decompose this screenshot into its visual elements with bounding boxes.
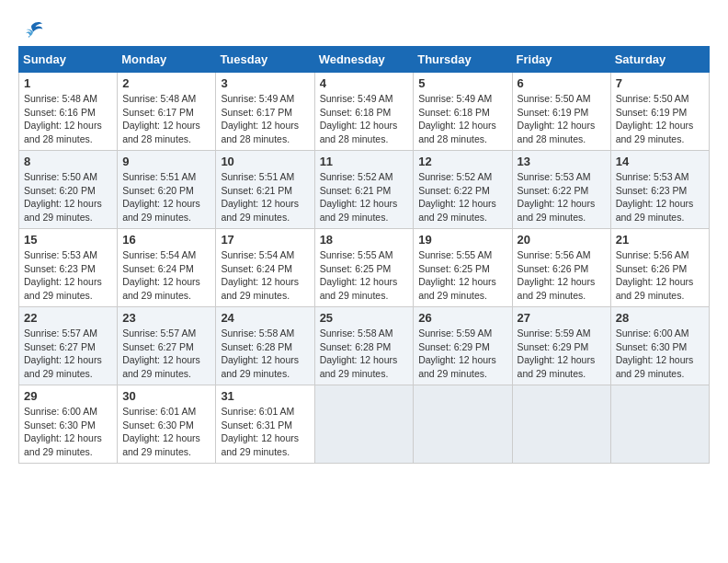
day-info: Sunrise: 5:53 AMSunset: 6:23 PMDaylight:… (616, 170, 704, 224)
calendar-week-3: 15Sunrise: 5:53 AMSunset: 6:23 PMDayligh… (19, 229, 710, 307)
day-info: Sunrise: 5:53 AMSunset: 6:22 PMDaylight:… (518, 170, 606, 224)
day-number: 2 (122, 76, 210, 90)
calendar-cell: 11Sunrise: 5:52 AMSunset: 6:21 PMDayligh… (314, 151, 414, 229)
day-info: Sunrise: 5:48 AMSunset: 6:17 PMDaylight:… (122, 92, 210, 146)
day-info: Sunrise: 5:59 AMSunset: 6:29 PMDaylight:… (418, 327, 506, 381)
day-info: Sunrise: 6:01 AMSunset: 6:31 PMDaylight:… (221, 405, 309, 459)
day-number: 31 (221, 389, 309, 403)
day-number: 3 (221, 76, 309, 90)
weekday-friday: Friday (512, 47, 610, 73)
day-info: Sunrise: 5:53 AMSunset: 6:23 PMDaylight:… (24, 248, 112, 303)
day-info: Sunrise: 5:51 AMSunset: 6:21 PMDaylight:… (221, 170, 309, 224)
calendar-cell: 26Sunrise: 5:59 AMSunset: 6:29 PMDayligh… (414, 307, 512, 385)
calendar-cell: 27Sunrise: 5:59 AMSunset: 6:29 PMDayligh… (512, 307, 610, 385)
calendar-cell: 25Sunrise: 5:58 AMSunset: 6:28 PMDayligh… (314, 307, 414, 385)
day-number: 22 (24, 311, 112, 325)
weekday-tuesday: Tuesday (216, 47, 314, 73)
weekday-thursday: Thursday (414, 47, 512, 73)
weekday-header-row: SundayMondayTuesdayWednesdayThursdayFrid… (19, 47, 710, 73)
calendar-cell: 18Sunrise: 5:55 AMSunset: 6:25 PMDayligh… (314, 229, 414, 307)
day-info: Sunrise: 5:57 AMSunset: 6:27 PMDaylight:… (122, 327, 210, 381)
calendar-cell: 29Sunrise: 6:00 AMSunset: 6:30 PMDayligh… (19, 385, 118, 464)
day-number: 14 (616, 155, 704, 168)
calendar-body: 1Sunrise: 5:48 AMSunset: 6:16 PMDaylight… (19, 73, 710, 464)
day-number: 25 (320, 311, 409, 325)
weekday-monday: Monday (118, 47, 216, 73)
calendar-cell: 21Sunrise: 5:56 AMSunset: 6:26 PMDayligh… (610, 229, 709, 307)
day-info: Sunrise: 5:50 AMSunset: 6:19 PMDaylight:… (518, 92, 606, 146)
calendar-week-1: 1Sunrise: 5:48 AMSunset: 6:16 PMDaylight… (19, 73, 710, 151)
day-number: 26 (418, 311, 506, 325)
day-number: 21 (616, 233, 704, 247)
day-number: 18 (320, 233, 409, 247)
calendar-cell: 15Sunrise: 5:53 AMSunset: 6:23 PMDayligh… (19, 229, 118, 307)
day-number: 30 (122, 389, 210, 403)
calendar-cell: 13Sunrise: 5:53 AMSunset: 6:22 PMDayligh… (512, 151, 610, 229)
weekday-sunday: Sunday (19, 47, 118, 73)
calendar-cell: 20Sunrise: 5:56 AMSunset: 6:26 PMDayligh… (512, 229, 610, 307)
day-number: 6 (518, 76, 606, 90)
logo (18, 18, 44, 37)
day-number: 29 (24, 389, 112, 403)
day-info: Sunrise: 5:58 AMSunset: 6:28 PMDaylight:… (320, 327, 409, 381)
day-number: 5 (418, 76, 506, 90)
day-info: Sunrise: 5:55 AMSunset: 6:25 PMDaylight:… (320, 248, 409, 303)
day-info: Sunrise: 5:59 AMSunset: 6:29 PMDaylight:… (518, 327, 606, 381)
day-info: Sunrise: 5:50 AMSunset: 6:19 PMDaylight:… (616, 92, 704, 146)
day-info: Sunrise: 6:00 AMSunset: 6:30 PMDaylight:… (616, 327, 704, 381)
calendar-cell: 17Sunrise: 5:54 AMSunset: 6:24 PMDayligh… (216, 229, 314, 307)
day-number: 8 (24, 155, 112, 168)
calendar-cell (610, 385, 709, 464)
day-info: Sunrise: 5:58 AMSunset: 6:28 PMDaylight:… (221, 327, 309, 381)
day-number: 23 (122, 311, 210, 325)
calendar-cell: 2Sunrise: 5:48 AMSunset: 6:17 PMDaylight… (118, 73, 216, 151)
calendar-cell: 23Sunrise: 5:57 AMSunset: 6:27 PMDayligh… (118, 307, 216, 385)
calendar-table: SundayMondayTuesdayWednesdayThursdayFrid… (18, 46, 710, 464)
calendar-cell: 12Sunrise: 5:52 AMSunset: 6:22 PMDayligh… (414, 151, 512, 229)
calendar-cell (314, 385, 414, 464)
calendar-cell: 4Sunrise: 5:49 AMSunset: 6:18 PMDaylight… (314, 73, 414, 151)
calendar-cell: 14Sunrise: 5:53 AMSunset: 6:23 PMDayligh… (610, 151, 709, 229)
calendar-cell: 6Sunrise: 5:50 AMSunset: 6:19 PMDaylight… (512, 73, 610, 151)
day-number: 1 (24, 76, 112, 90)
day-info: Sunrise: 5:50 AMSunset: 6:20 PMDaylight:… (24, 170, 112, 224)
day-number: 28 (616, 311, 704, 325)
calendar-cell: 5Sunrise: 5:49 AMSunset: 6:18 PMDaylight… (414, 73, 512, 151)
calendar-week-4: 22Sunrise: 5:57 AMSunset: 6:27 PMDayligh… (19, 307, 710, 385)
calendar-cell: 7Sunrise: 5:50 AMSunset: 6:19 PMDaylight… (610, 73, 709, 151)
day-info: Sunrise: 5:56 AMSunset: 6:26 PMDaylight:… (518, 248, 606, 303)
day-number: 20 (518, 233, 606, 247)
day-info: Sunrise: 5:51 AMSunset: 6:20 PMDaylight:… (122, 170, 210, 224)
day-info: Sunrise: 5:56 AMSunset: 6:26 PMDaylight:… (616, 248, 704, 303)
calendar-cell: 19Sunrise: 5:55 AMSunset: 6:25 PMDayligh… (414, 229, 512, 307)
day-info: Sunrise: 5:49 AMSunset: 6:18 PMDaylight:… (418, 92, 506, 146)
day-number: 4 (320, 76, 409, 90)
logo-bird-icon (22, 18, 44, 40)
day-number: 7 (616, 76, 704, 90)
calendar-cell (512, 385, 610, 464)
day-number: 16 (122, 233, 210, 247)
day-number: 13 (518, 155, 606, 168)
calendar-cell: 30Sunrise: 6:01 AMSunset: 6:30 PMDayligh… (118, 385, 216, 464)
page-header (18, 18, 710, 37)
day-number: 27 (518, 311, 606, 325)
calendar-cell: 24Sunrise: 5:58 AMSunset: 6:28 PMDayligh… (216, 307, 314, 385)
calendar-cell: 22Sunrise: 5:57 AMSunset: 6:27 PMDayligh… (19, 307, 118, 385)
calendar-cell: 8Sunrise: 5:50 AMSunset: 6:20 PMDaylight… (19, 151, 118, 229)
day-info: Sunrise: 6:00 AMSunset: 6:30 PMDaylight:… (24, 405, 112, 459)
day-info: Sunrise: 6:01 AMSunset: 6:30 PMDaylight:… (122, 405, 210, 459)
day-number: 19 (418, 233, 506, 247)
day-number: 10 (221, 155, 309, 168)
day-info: Sunrise: 5:57 AMSunset: 6:27 PMDaylight:… (24, 327, 112, 381)
calendar-cell: 3Sunrise: 5:49 AMSunset: 6:17 PMDaylight… (216, 73, 314, 151)
day-info: Sunrise: 5:49 AMSunset: 6:18 PMDaylight:… (320, 92, 409, 146)
day-number: 11 (320, 155, 409, 168)
day-number: 12 (418, 155, 506, 168)
weekday-saturday: Saturday (610, 47, 709, 73)
calendar-week-5: 29Sunrise: 6:00 AMSunset: 6:30 PMDayligh… (19, 385, 710, 464)
calendar-cell: 10Sunrise: 5:51 AMSunset: 6:21 PMDayligh… (216, 151, 314, 229)
calendar-cell: 31Sunrise: 6:01 AMSunset: 6:31 PMDayligh… (216, 385, 314, 464)
day-info: Sunrise: 5:52 AMSunset: 6:21 PMDaylight:… (320, 170, 409, 224)
day-info: Sunrise: 5:54 AMSunset: 6:24 PMDaylight:… (221, 248, 309, 303)
day-number: 9 (122, 155, 210, 168)
